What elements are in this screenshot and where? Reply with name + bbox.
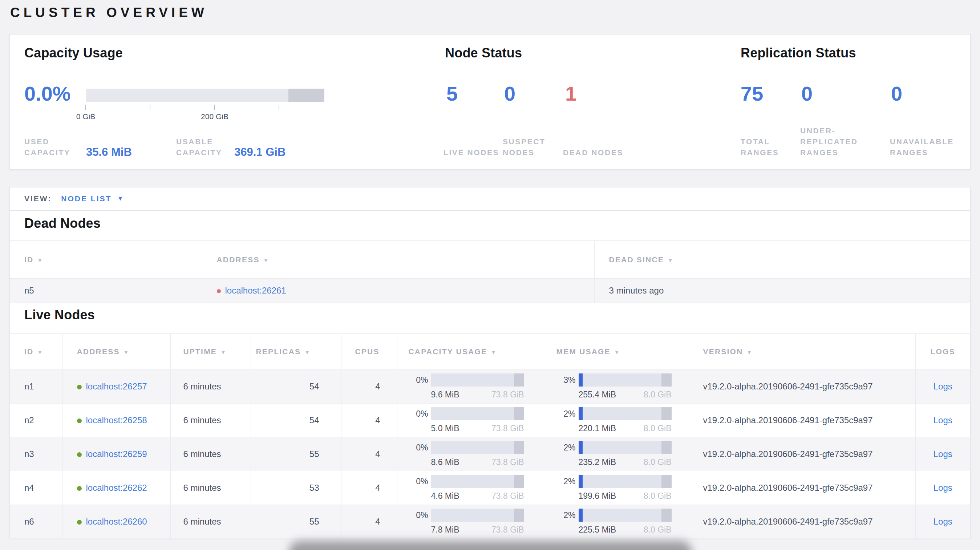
capacity-bar-cap — [514, 475, 524, 488]
mem-bar-fill — [579, 509, 582, 522]
mem-bar — [579, 441, 671, 454]
axis-tick — [214, 105, 215, 110]
logs-link[interactable]: Logs — [934, 449, 952, 459]
capacity-bar-cap — [514, 374, 524, 386]
mem-bar-fill — [579, 374, 582, 386]
capacity-usage-cell: 0% 8.6 MiB73.8 GiB — [397, 437, 542, 471]
table-row: n2 localhost:26258 6 minutes 54 4 0% 5.0… — [10, 404, 970, 437]
node-address-link[interactable]: localhost:26257 — [86, 382, 147, 391]
node-uptime: 6 minutes — [170, 404, 251, 437]
node-address-cell: localhost:26257 — [62, 370, 170, 404]
capacity-bar — [431, 475, 524, 488]
node-address-link[interactable]: localhost:26261 — [225, 286, 286, 295]
logs-link[interactable]: Logs — [934, 483, 952, 493]
dead-nodes-heading: Dead Nodes — [24, 216, 100, 231]
capacity-used: 9.6 MiB — [431, 390, 460, 400]
column-header-address[interactable]: ADDRESS▼ — [204, 241, 594, 279]
sort-desc-icon: ▼ — [746, 349, 752, 355]
node-address-link[interactable]: localhost:26259 — [86, 449, 147, 459]
logs-cell: Logs — [915, 437, 970, 471]
capacity-bar-cap — [514, 441, 524, 454]
mem-used: 220.1 MiB — [579, 424, 616, 433]
dead-nodes-table: ID▼ ADDRESS▼ DEAD SINCE▼ n5 localhost:26… — [10, 240, 970, 303]
node-cpus: 4 — [341, 404, 397, 437]
axis-tick — [85, 105, 86, 110]
dead-status-icon — [217, 289, 221, 293]
axis-tick — [150, 105, 150, 110]
capacity-bar — [431, 407, 524, 420]
column-header-replicas[interactable]: REPLICAS▼ — [251, 334, 341, 370]
column-header-logs: LOGS — [915, 334, 970, 370]
axis-tick-label: 200 GiB — [186, 112, 244, 121]
logs-cell: Logs — [915, 404, 970, 437]
node-address-link[interactable]: localhost:26260 — [86, 517, 147, 526]
live-nodes-label: LIVE NODES — [444, 124, 511, 158]
capacity-usage-cell: 0% 5.0 MiB73.8 GiB — [397, 404, 542, 437]
mem-percent: 2% — [550, 409, 576, 419]
axis-tick — [278, 105, 279, 110]
live-nodes-count: 5 — [446, 83, 458, 105]
node-address-cell: localhost:26261 — [204, 279, 594, 303]
sort-desc-icon: ▼ — [221, 349, 226, 355]
logs-link[interactable]: Logs — [934, 517, 952, 526]
dead-since: 3 minutes ago — [594, 279, 970, 303]
node-address-link[interactable]: localhost:26258 — [86, 415, 147, 425]
node-address-cell: localhost:26262 — [62, 471, 170, 505]
column-header-mem-usage[interactable]: MEM USAGE▼ — [542, 334, 690, 370]
live-status-icon — [77, 486, 82, 491]
capacity-usage-cell: 0% 4.6 MiB73.8 GiB — [397, 471, 542, 505]
usable-capacity-label: USABLE CAPACITY — [176, 124, 240, 158]
sort-desc-icon: ▼ — [263, 257, 269, 263]
mem-bar-cap — [662, 374, 671, 386]
mem-bar-cap — [662, 475, 671, 488]
capacity-percent: 0% — [405, 477, 428, 486]
capacity-usage-cell: 0% 9.6 MiB73.8 GiB — [397, 370, 542, 404]
capacity-bar-cap — [514, 407, 524, 420]
node-cpus: 4 — [341, 505, 397, 539]
mem-used: 199.6 MiB — [579, 491, 616, 501]
bottom-scroll-shadow — [289, 541, 692, 550]
column-header-capacity-usage[interactable]: CAPACITY USAGE▼ — [397, 334, 542, 370]
column-header-id[interactable]: ID▼ — [10, 334, 62, 370]
logs-cell: Logs — [915, 505, 970, 539]
logs-link[interactable]: Logs — [934, 415, 952, 425]
node-address-link[interactable]: localhost:26262 — [86, 483, 147, 493]
mem-bar-cap — [662, 509, 671, 522]
mem-total: 8.0 GiB — [644, 390, 671, 400]
node-replicas: 55 — [251, 437, 341, 471]
dead-nodes-count: 1 — [565, 83, 576, 105]
cluster-summary-panel: Capacity Usage Node Status Replication S… — [10, 34, 970, 170]
node-cpus: 4 — [341, 471, 397, 505]
capacity-bar-cap-segment — [288, 89, 325, 102]
logs-link[interactable]: Logs — [934, 382, 952, 391]
node-address-cell: localhost:26259 — [62, 437, 170, 471]
node-replicas: 53 — [251, 471, 341, 505]
node-id: n5 — [10, 279, 204, 303]
column-header-uptime[interactable]: UPTIME▼ — [170, 334, 251, 370]
nodes-panel: Dead Nodes ID▼ ADDRESS▼ DEAD SINCE▼ n5 l… — [10, 210, 970, 538]
mem-percent: 2% — [550, 510, 576, 520]
mem-percent: 3% — [550, 375, 576, 385]
column-header-id[interactable]: ID▼ — [10, 241, 204, 279]
node-status-heading: Node Status — [445, 45, 522, 60]
mem-usage-cell: 2% 235.2 MiB8.0 GiB — [542, 437, 690, 471]
dead-nodes-label: DEAD NODES — [563, 124, 630, 158]
view-dropdown[interactable]: NODE LIST — [61, 194, 111, 203]
mem-bar — [579, 475, 671, 488]
column-header-version[interactable]: VERSION▼ — [690, 334, 915, 370]
column-header-dead-since[interactable]: DEAD SINCE▼ — [594, 241, 970, 279]
caret-down-icon[interactable]: ▼ — [117, 196, 123, 202]
mem-used: 255.4 MiB — [579, 390, 616, 400]
mem-bar-fill — [579, 475, 582, 488]
node-replicas: 54 — [251, 370, 341, 404]
capacity-usable: 73.8 GiB — [492, 457, 524, 467]
mem-percent: 2% — [550, 443, 576, 453]
node-address-cell: localhost:26258 — [62, 404, 170, 437]
table-row: n3 localhost:26259 6 minutes 55 4 0% 8.6… — [10, 437, 970, 471]
node-id: n1 — [10, 370, 62, 404]
node-replicas: 55 — [251, 505, 341, 539]
suspect-nodes-count: 0 — [504, 83, 515, 105]
capacity-bar — [431, 374, 524, 386]
capacity-usage-cell: 0% 7.8 MiB73.8 GiB — [397, 505, 542, 539]
column-header-address[interactable]: ADDRESS▼ — [62, 334, 170, 370]
